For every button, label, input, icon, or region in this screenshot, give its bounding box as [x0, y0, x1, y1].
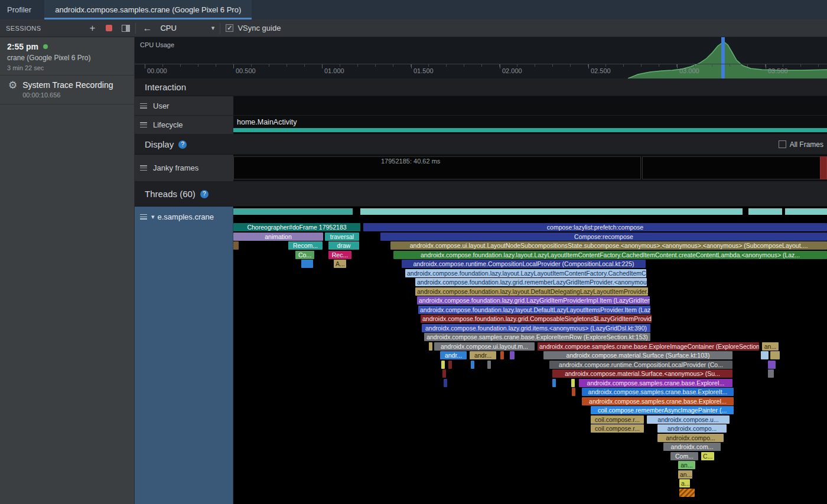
janky-frames-track-area[interactable]: 17952185: 40.62 ms — [233, 155, 827, 182]
janky-frames-track-label[interactable]: Janky frames — [135, 155, 233, 182]
help-icon[interactable]: ? — [200, 190, 209, 198]
flame-bar[interactable]: A... — [334, 260, 346, 268]
flame-bar[interactable]: animation — [233, 233, 323, 241]
flame-bar[interactable] — [761, 351, 769, 359]
flame-bar[interactable]: androidx.compose.foundation.lazy.layout.… — [415, 287, 648, 296]
flame-bar[interactable]: Recom... — [288, 241, 323, 250]
flame-bar[interactable]: androidx.compose.runtime.CompositionLoca… — [549, 361, 732, 369]
vsync-checkbox[interactable]: ✓ — [226, 24, 233, 32]
help-icon[interactable]: ? — [178, 140, 187, 149]
flame-bar[interactable]: androidx.compose.foundation.lazy.grid.it… — [422, 324, 650, 332]
flame-bar[interactable] — [301, 260, 313, 268]
flame-bar[interactable] — [233, 241, 239, 250]
flame-bar[interactable] — [487, 361, 491, 369]
flame-bar[interactable]: androidx.compose.samples.crane.base.Expl… — [424, 333, 650, 341]
back-arrow-icon[interactable]: ← — [142, 24, 152, 33]
flame-bar[interactable]: androidx.compo... — [657, 424, 727, 433]
flame-bar[interactable]: andr... — [470, 351, 496, 359]
janky-frame-bar[interactable] — [820, 156, 827, 179]
flame-bar[interactable]: C... — [701, 452, 714, 460]
flame-bar[interactable]: compose:lazylist:prefetch:compose — [363, 223, 827, 231]
flame-bar[interactable]: androidx.compose.samples.crane.base.Expl… — [582, 397, 734, 405]
ruler-tick-label: 02.000 — [502, 67, 522, 74]
flame-bar[interactable]: androidx.compose.foundation.lazy.layout.… — [405, 269, 646, 277]
flame-bar[interactable]: androidx.compose.ui.layout.m... — [434, 342, 535, 351]
flame-bar[interactable]: an... — [762, 342, 779, 351]
flame-bar[interactable] — [448, 361, 452, 369]
drag-handle-icon[interactable] — [140, 122, 147, 127]
flame-bar[interactable]: androidx.compose.ui.layout.LayoutNodeSub… — [390, 241, 827, 250]
flame-bar[interactable]: androidx.compose.foundation.lazy.layout.… — [418, 306, 650, 314]
flame-bar[interactable]: andr... — [440, 351, 467, 359]
flame-bar[interactable] — [770, 351, 780, 359]
ruler-tick: 03.500 — [766, 64, 766, 68]
flame-bar[interactable]: Compose:recompose — [380, 233, 827, 241]
flame-bar[interactable]: Com... — [670, 452, 698, 460]
flame-bar[interactable] — [571, 379, 575, 387]
flame-bar[interactable]: coil.compose.rememberAsyncImagePainter (… — [591, 406, 734, 414]
thread-state-segment[interactable] — [360, 208, 743, 215]
flame-bar[interactable]: androidx.compose.samples.crane.base.Expl… — [582, 388, 734, 396]
thread-state-segment[interactable] — [748, 208, 782, 215]
session-card[interactable]: 2:55 pm crane (Google Pixel 6 Pro) 3 min… — [0, 37, 134, 75]
session-tab[interactable]: androidx.compose.samples.crane (Google P… — [44, 0, 252, 19]
flame-bar[interactable]: Rec... — [328, 251, 351, 259]
thread-state-segment[interactable] — [785, 208, 827, 215]
stop-recording-icon[interactable] — [106, 25, 112, 31]
flame-bar[interactable]: androidx.compose.material.Surface (Surfa… — [543, 351, 732, 359]
lifecycle-track-label[interactable]: Lifecycle — [135, 116, 233, 135]
flame-bar[interactable]: androidx.compose.material.Surface.<anony… — [552, 369, 732, 378]
cpu-view-dropdown[interactable]: CPU ▾ — [160, 24, 214, 32]
flame-bar[interactable] — [441, 361, 445, 369]
recording-item[interactable]: ⚙ System Trace Recording 00:00:10.656 — [0, 76, 134, 104]
flame-bar[interactable] — [768, 361, 776, 369]
expander-caret-icon[interactable]: ▾ — [151, 213, 155, 221]
add-session-icon[interactable]: + — [89, 24, 95, 33]
flame-bar[interactable]: traversal — [325, 233, 359, 241]
lifecycle-track-area[interactable]: home.MainActivity — [233, 116, 827, 135]
frame-bar[interactable] — [642, 156, 827, 179]
drag-handle-icon[interactable] — [140, 165, 147, 171]
all-frames-group[interactable]: All Frames — [779, 140, 823, 149]
drag-handle-icon[interactable] — [140, 214, 147, 220]
flame-bar[interactable]: androidx.compose.foundation.lazy.layout.… — [393, 251, 827, 259]
all-frames-checkbox[interactable] — [779, 140, 786, 148]
flame-bar[interactable]: androidx.compo... — [657, 434, 724, 442]
ruler-tick: 00.000 — [145, 64, 145, 68]
flame-bar[interactable]: androidx.compose.foundation.lazy.grid.La… — [417, 296, 650, 305]
lifecycle-activity-bar[interactable] — [233, 128, 827, 132]
cpu-usage-track[interactable]: CPU Usage 00.00000.50001.00001.50002.000… — [135, 37, 827, 78]
flame-bar[interactable]: androidx.compose.runtime.CompositionLoca… — [402, 260, 646, 268]
flame-bar[interactable]: coil.compose.r... — [591, 415, 644, 424]
ruler-tick: 00.500 — [233, 64, 234, 68]
flame-bar[interactable]: an... — [678, 470, 692, 479]
thread-label-panel[interactable]: ▾ e.samples.crane — [135, 207, 233, 504]
flame-bar[interactable]: androidx.compose.foundation.lazy.grid.re… — [415, 278, 647, 286]
flame-bar[interactable]: androidx.compose.samples.crane.base.Expl… — [579, 379, 732, 387]
flame-bar[interactable] — [444, 379, 447, 387]
flame-bar[interactable]: androidx.compose.foundation.lazy.grid.Co… — [421, 315, 652, 323]
thread-state-segment[interactable] — [233, 208, 353, 215]
flame-bar[interactable]: Co... — [295, 251, 314, 259]
flame-bar[interactable]: androidx.compose.u... — [647, 415, 730, 424]
flame-bar[interactable] — [500, 351, 504, 359]
collapse-panel-icon[interactable] — [122, 25, 130, 32]
flame-bar[interactable] — [572, 388, 575, 396]
flame-bar[interactable]: androidx.compose.samples.crane.base.Expl… — [538, 342, 759, 351]
flame-bar[interactable] — [510, 351, 515, 359]
flame-bar[interactable] — [679, 489, 695, 497]
flame-bar[interactable]: androidx.com... — [663, 443, 721, 451]
flame-bar[interactable] — [768, 369, 774, 378]
flame-bar[interactable]: a... — [679, 479, 690, 487]
flame-bar[interactable]: an... — [678, 461, 695, 469]
flame-bar[interactable] — [552, 379, 556, 387]
flame-bar[interactable]: draw — [328, 241, 359, 250]
user-track-area[interactable] — [233, 96, 827, 116]
flame-bar[interactable] — [442, 369, 446, 378]
flame-bar[interactable] — [429, 342, 432, 351]
flame-bar[interactable] — [471, 361, 474, 369]
user-track-label[interactable]: User — [135, 96, 233, 116]
drag-handle-icon[interactable] — [140, 103, 147, 109]
flame-bar[interactable]: Choreographer#doFrame 17952183 — [233, 223, 360, 231]
flame-bar[interactable]: coil.compose.r... — [591, 424, 644, 433]
